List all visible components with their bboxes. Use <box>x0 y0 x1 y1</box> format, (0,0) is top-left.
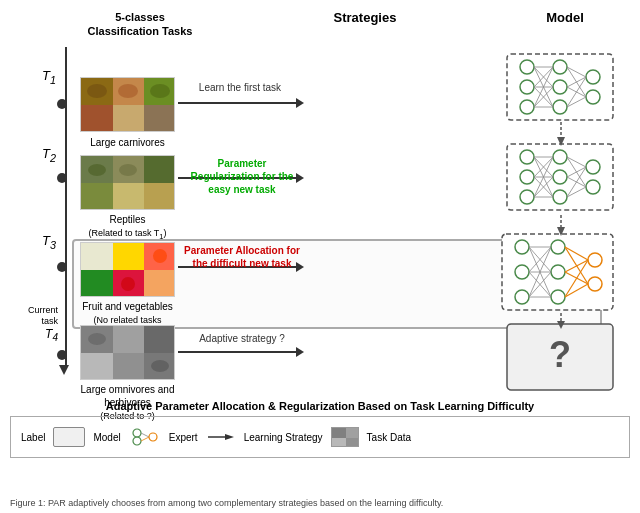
task-dot-t3 <box>57 262 67 272</box>
nn-diagram-t1 <box>505 52 615 122</box>
svg-marker-111 <box>557 227 565 236</box>
svg-point-6 <box>87 84 107 98</box>
svg-point-24 <box>153 249 167 263</box>
svg-rect-14 <box>144 183 175 210</box>
header-model: Model <box>510 10 620 25</box>
dashed-arrow-1-2 <box>554 122 568 147</box>
strategy-text-t1: Learn the first task <box>185 82 295 93</box>
svg-rect-20 <box>81 270 113 297</box>
header-tasks-line2: Classification Tasks <box>88 25 193 37</box>
svg-rect-3 <box>81 105 113 132</box>
svg-point-32 <box>88 333 106 345</box>
content-area: T1 Large carnivores <box>10 47 630 367</box>
svg-rect-34 <box>507 54 613 120</box>
caption: Figure 1: PAR adaptively chooses from am… <box>10 498 630 508</box>
svg-rect-17 <box>81 243 113 270</box>
task-dot-t4 <box>57 350 67 360</box>
legend-strategy-text: Learning Strategy <box>244 432 323 443</box>
task-desc-t1: Large carnivores <box>80 137 175 148</box>
svg-rect-28 <box>144 326 175 353</box>
timeline-line <box>65 47 67 367</box>
legend-model-text: Model <box>93 432 120 443</box>
task-image-t1 <box>80 77 175 132</box>
task-label-t3: T3 <box>10 233 62 251</box>
nn-diagram-t2 <box>505 142 615 212</box>
svg-point-116 <box>149 433 157 441</box>
svg-rect-121 <box>332 428 346 438</box>
svg-point-33 <box>151 360 169 372</box>
header-strategies: Strategies <box>288 10 443 25</box>
svg-point-114 <box>133 429 141 437</box>
svg-point-16 <box>119 164 137 176</box>
legend-taskdata-shape <box>331 427 359 447</box>
task-label-t1: T1 <box>10 68 62 86</box>
svg-rect-30 <box>113 353 144 380</box>
svg-rect-4 <box>113 105 144 132</box>
arrow-t1 <box>178 102 298 104</box>
legend-label-text: Label <box>21 432 45 443</box>
svg-text:?: ? <box>549 334 571 375</box>
dashed-arrow-3-4 <box>554 313 568 329</box>
timeline-arrow <box>59 365 69 375</box>
svg-point-115 <box>133 437 141 445</box>
dashed-arrow-2-3 <box>554 215 568 237</box>
strategy-text-t2: Parameter Regularization for the easy ne… <box>182 157 302 196</box>
nn-diagram-t4: ? <box>505 322 615 392</box>
svg-marker-109 <box>557 137 565 146</box>
legend-expert-shape <box>129 426 161 448</box>
legend-arrow-shape <box>206 430 236 444</box>
adaptive-title: Adaptive Parameter Allocation & Regulari… <box>10 400 630 412</box>
svg-point-23 <box>120 248 136 264</box>
svg-rect-29 <box>81 353 113 380</box>
bottom-section: Adaptive Parameter Allocation & Regulari… <box>10 400 630 458</box>
svg-line-118 <box>141 437 149 441</box>
task-image-t3 <box>80 242 175 297</box>
strategy-text-t3: Parameter Allocation for the difficult n… <box>182 244 302 270</box>
svg-rect-58 <box>507 144 613 210</box>
task-image-t2 <box>80 155 175 210</box>
arrow-t4 <box>178 351 298 353</box>
task-label-t2: T2 <box>10 146 62 164</box>
task-dot-t1 <box>57 99 67 109</box>
header-row: 5-classes Classification Tasks Strategie… <box>10 10 630 39</box>
svg-rect-13 <box>113 183 144 210</box>
svg-point-25 <box>121 277 135 291</box>
header-tasks: 5-classes Classification Tasks <box>60 10 220 39</box>
legend-taskdata-text: Task Data <box>367 432 411 443</box>
svg-rect-22 <box>144 270 175 297</box>
task-desc-t2: Reptiles(Related to task T1) <box>80 213 175 242</box>
header-tasks-line1: 5-classes <box>115 11 165 23</box>
svg-point-8 <box>150 84 170 98</box>
task-dot-t2 <box>57 173 67 183</box>
svg-rect-27 <box>113 326 144 353</box>
svg-rect-5 <box>144 105 175 132</box>
task-image-t4 <box>80 325 175 380</box>
svg-rect-122 <box>346 428 359 438</box>
svg-marker-113 <box>557 321 565 329</box>
svg-rect-11 <box>144 156 175 183</box>
legend-model-shape <box>53 427 85 447</box>
legend-box: Label Model Expert Learning Strategy <box>10 416 630 458</box>
svg-marker-120 <box>225 434 234 440</box>
svg-rect-123 <box>332 438 346 447</box>
nn-diagram-t3 <box>500 232 615 312</box>
svg-point-7 <box>118 84 138 98</box>
svg-rect-12 <box>81 183 113 210</box>
svg-rect-82 <box>502 234 613 310</box>
task-label-t4: CurrenttaskT4 <box>10 305 62 344</box>
main-container: 5-classes Classification Tasks Strategie… <box>0 0 640 513</box>
strategy-text-t4: Adaptive strategy ? <box>182 333 302 344</box>
legend-expert-text: Expert <box>169 432 198 443</box>
svg-rect-124 <box>346 438 359 447</box>
svg-point-15 <box>88 164 106 176</box>
svg-line-117 <box>141 433 149 437</box>
